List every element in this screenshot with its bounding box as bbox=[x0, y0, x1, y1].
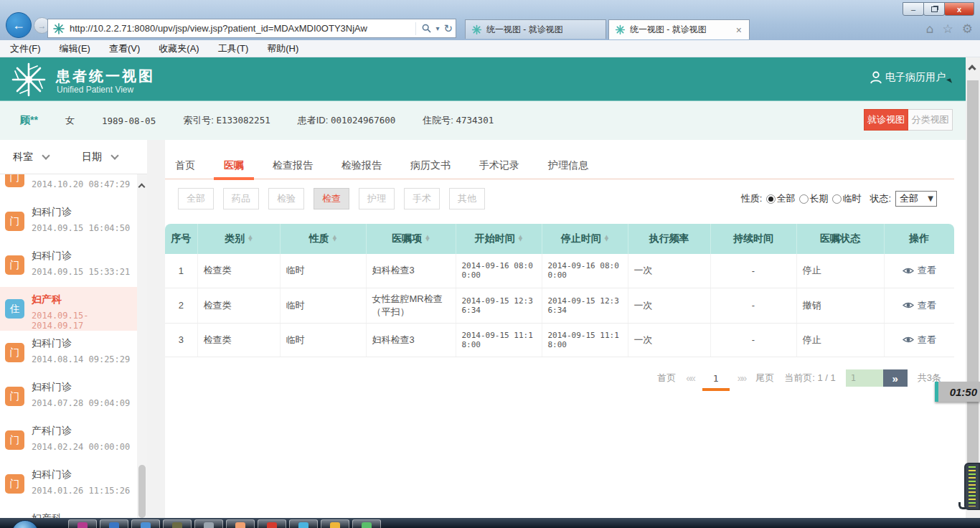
sort-carets-icon[interactable]: ▲▼ bbox=[519, 236, 522, 242]
tab-病历文书[interactable]: 病历文书 bbox=[400, 152, 461, 179]
visit-list-item[interactable]: 门妇科门诊2014.08.14 09:25:29 bbox=[0, 331, 138, 374]
browser-back-button[interactable]: ← bbox=[6, 12, 32, 38]
home-icon[interactable]: ⌂ bbox=[926, 22, 934, 36]
pager-last[interactable]: 尾页 bbox=[755, 372, 774, 385]
taskbar-button-app-7[interactable] bbox=[258, 519, 286, 528]
pager-next-icon[interactable]: »» bbox=[738, 372, 746, 384]
taskbar-button-app-10[interactable] bbox=[352, 519, 381, 528]
tab-检查报告[interactable]: 检查报告 bbox=[263, 152, 323, 179]
column-header-类别[interactable]: 类别▲▼ bbox=[197, 224, 280, 254]
taskbar-button-app-9[interactable] bbox=[321, 519, 349, 528]
url-text[interactable]: http://10.2.2.71:8080/upv/jsp/view.jsp?p… bbox=[70, 23, 415, 34]
user-name: 电子病历用户 bbox=[885, 71, 946, 84]
start-button[interactable] bbox=[11, 520, 39, 528]
tab-检验报告[interactable]: 检验报告 bbox=[331, 152, 392, 179]
screen-recorder-widget[interactable] bbox=[964, 463, 980, 510]
scroll-up-icon[interactable] bbox=[138, 184, 146, 191]
visit-list-item[interactable]: 门妇产科 bbox=[0, 506, 138, 518]
nature-option-label[interactable]: 全部 bbox=[776, 192, 795, 205]
pager-prev-icon[interactable]: «« bbox=[686, 372, 694, 384]
filter-button-检查[interactable]: 检查 bbox=[314, 188, 349, 209]
tab-医嘱[interactable]: 医嘱 bbox=[214, 152, 254, 179]
cell-action: 查看 bbox=[884, 323, 954, 357]
nature-radio-全部[interactable] bbox=[766, 194, 776, 204]
visit-list-item[interactable]: 门妇科门诊2014.01.26 11:15:26 bbox=[0, 462, 138, 506]
dept-filter-dropdown[interactable]: 科室 bbox=[13, 151, 49, 164]
user-menu[interactable]: 电子病历用户 bbox=[869, 70, 951, 85]
nature-option-label[interactable]: 临时 bbox=[842, 192, 861, 205]
visit-list-item[interactable]: 门妇科门诊2014.10.20 08:47:29 bbox=[0, 174, 138, 199]
page-jump-button[interactable]: » bbox=[883, 369, 908, 387]
tab-护理信息[interactable]: 护理信息 bbox=[538, 152, 598, 179]
scroll-up-icon[interactable] bbox=[968, 65, 976, 72]
sidebar-scrollbar[interactable] bbox=[137, 174, 147, 518]
filter-button-检验[interactable]: 检验 bbox=[268, 188, 304, 209]
filter-button-其他[interactable]: 其他 bbox=[449, 188, 485, 209]
settings-gear-icon[interactable]: ⚙ bbox=[962, 22, 973, 36]
view-button-visit[interactable]: 就诊视图 bbox=[864, 109, 908, 131]
taskbar-button-app-6[interactable] bbox=[226, 519, 255, 528]
filter-button-手术[interactable]: 手术 bbox=[404, 188, 440, 209]
taskbar-button-app-5[interactable] bbox=[194, 519, 223, 528]
taskbar-button-app-3[interactable] bbox=[131, 519, 160, 528]
pager-first[interactable]: 首页 bbox=[657, 372, 676, 385]
visit-list-item[interactable]: 住妇产科2014.09.15-2014.09.17 bbox=[0, 287, 138, 331]
page-scrollbar[interactable] bbox=[966, 57, 980, 518]
visit-list-item[interactable]: 门妇科门诊2014.09.15 15:33:21 bbox=[0, 243, 138, 287]
cell-seq: 1 bbox=[165, 254, 197, 288]
page-jump-input[interactable]: 1 bbox=[846, 369, 883, 387]
tab-close-icon[interactable]: × bbox=[735, 24, 743, 36]
nature-radio-长期[interactable] bbox=[799, 194, 809, 204]
menu-item[interactable]: 查看(V) bbox=[109, 42, 140, 55]
column-header-开始时间[interactable]: 开始时间▲▼ bbox=[456, 224, 542, 254]
menu-item[interactable]: 编辑(E) bbox=[60, 42, 90, 55]
sidebar-scroll-thumb[interactable] bbox=[138, 465, 146, 518]
taskbar-button-app-4[interactable] bbox=[163, 519, 192, 528]
column-header-医嘱项[interactable]: 医嘱项▲▼ bbox=[366, 224, 456, 254]
filter-button-药品[interactable]: 药品 bbox=[223, 188, 259, 209]
taskbar-button-app-1[interactable] bbox=[68, 519, 97, 528]
visit-list-item[interactable]: 门妇科门诊2014.09.15 16:04:50 bbox=[0, 199, 138, 243]
refresh-icon[interactable]: ↻ bbox=[443, 22, 453, 35]
view-order-link[interactable]: 查看 bbox=[903, 299, 936, 312]
status-select[interactable]: 全部▼ bbox=[895, 191, 937, 207]
sort-carets-icon[interactable]: ▲▼ bbox=[333, 236, 336, 242]
visit-list-item[interactable]: 门妇科门诊2014.07.28 09:04:09 bbox=[0, 374, 138, 418]
taskbar-button-app-2[interactable] bbox=[100, 519, 128, 528]
view-link-label: 查看 bbox=[918, 334, 936, 346]
tab-favicon-snowflake-icon bbox=[471, 24, 482, 35]
column-header-停止时间[interactable]: 停止时间▲▼ bbox=[542, 224, 628, 254]
search-icon[interactable] bbox=[422, 24, 431, 33]
tab-手术记录[interactable]: 手术记录 bbox=[469, 152, 529, 179]
pager-current-page[interactable]: 1 bbox=[705, 373, 727, 384]
date-filter-dropdown[interactable]: 日期 bbox=[82, 151, 118, 164]
favorites-star-icon[interactable]: ☆ bbox=[943, 22, 953, 36]
nature-radio-临时[interactable] bbox=[832, 194, 842, 204]
browser-tab[interactable]: 统一视图 - 就诊视图 bbox=[465, 19, 606, 39]
nature-option-label[interactable]: 长期 bbox=[809, 192, 828, 205]
filter-button-全部[interactable]: 全部 bbox=[178, 188, 214, 209]
page-scroll-thumb[interactable] bbox=[967, 80, 979, 466]
view-order-link[interactable]: 查看 bbox=[903, 264, 936, 277]
menu-item[interactable]: 文件(F) bbox=[10, 42, 41, 55]
sort-carets-icon[interactable]: ▲▼ bbox=[248, 236, 252, 242]
search-options-caret-icon[interactable]: ▾ bbox=[435, 24, 439, 32]
visit-list-item[interactable]: 门产科门诊2014.02.24 00:00:00 bbox=[0, 418, 138, 462]
sort-carets-icon[interactable]: ▲▼ bbox=[425, 236, 429, 242]
menu-item[interactable]: 工具(T) bbox=[218, 42, 249, 55]
menu-item[interactable]: 收藏夹(A) bbox=[159, 42, 199, 55]
taskbar-button-app-8[interactable] bbox=[289, 519, 318, 528]
view-order-link[interactable]: 查看 bbox=[903, 334, 936, 346]
window-minimize-button[interactable]: – bbox=[903, 2, 924, 16]
column-header-性质[interactable]: 性质▲▼ bbox=[280, 224, 366, 254]
visit-date: 2014.09.15 15:33:21 bbox=[32, 267, 138, 277]
menu-item[interactable]: 帮助(H) bbox=[267, 42, 298, 55]
window-close-button[interactable]: x bbox=[944, 2, 974, 16]
tab-首页[interactable]: 首页 bbox=[165, 152, 205, 179]
sort-carets-icon[interactable]: ▲▼ bbox=[605, 236, 608, 242]
address-bar[interactable]: http://10.2.2.71:8080/upv/jsp/view.jsp?p… bbox=[47, 19, 456, 38]
filter-button-护理[interactable]: 护理 bbox=[359, 188, 395, 209]
window-restore-button[interactable] bbox=[923, 2, 945, 16]
view-button-category[interactable]: 分类视图 bbox=[908, 109, 953, 131]
browser-tab[interactable]: 统一视图 - 就诊视图× bbox=[608, 19, 750, 39]
